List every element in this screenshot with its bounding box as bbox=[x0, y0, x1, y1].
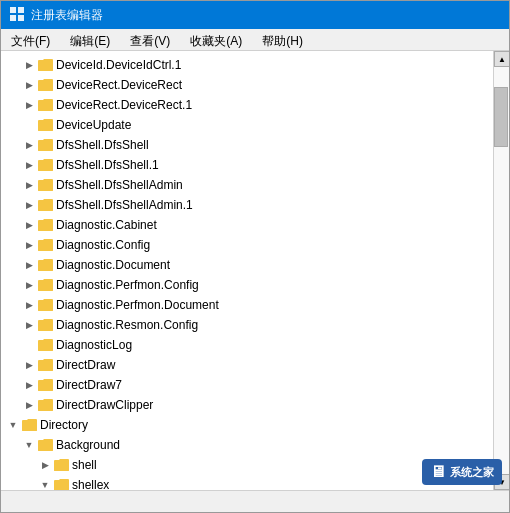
tree-row[interactable]: DfsShell.DfsShell bbox=[1, 135, 493, 155]
folder-icon bbox=[37, 277, 53, 293]
expander-icon[interactable] bbox=[21, 355, 37, 375]
folder-icon bbox=[37, 397, 53, 413]
window-title: 注册表编辑器 bbox=[31, 7, 103, 24]
item-label: Diagnostic.Perfmon.Document bbox=[56, 298, 219, 312]
expander-icon[interactable] bbox=[21, 175, 37, 195]
item-label: Diagnostic.Document bbox=[56, 258, 170, 272]
watermark-icon: 🖥 bbox=[430, 463, 446, 481]
expander-icon[interactable] bbox=[21, 155, 37, 175]
folder-icon bbox=[37, 137, 53, 153]
tree-row[interactable]: DeviceRect.DeviceRect bbox=[1, 75, 493, 95]
folder-icon bbox=[37, 157, 53, 173]
expander-icon[interactable] bbox=[21, 55, 37, 75]
tree-row-shell[interactable]: shell bbox=[1, 455, 493, 475]
menu-edit[interactable]: 编辑(E) bbox=[60, 31, 120, 48]
expander-icon[interactable] bbox=[21, 275, 37, 295]
item-label: DirectDraw bbox=[56, 358, 115, 372]
folder-icon bbox=[37, 57, 53, 73]
menu-view[interactable]: 查看(V) bbox=[120, 31, 180, 48]
expander-icon[interactable] bbox=[21, 75, 37, 95]
folder-icon bbox=[37, 217, 53, 233]
svg-rect-0 bbox=[10, 7, 16, 13]
expander-icon[interactable] bbox=[37, 475, 53, 490]
watermark-text: 系统之家 bbox=[450, 465, 493, 480]
folder-icon bbox=[53, 477, 69, 490]
item-label: Diagnostic.Perfmon.Config bbox=[56, 278, 199, 292]
scroll-track[interactable] bbox=[494, 67, 509, 474]
item-label: DfsShell.DfsShell bbox=[56, 138, 149, 152]
vertical-scrollbar[interactable]: ▲ ▼ bbox=[493, 51, 509, 490]
expander-icon[interactable] bbox=[21, 235, 37, 255]
svg-rect-2 bbox=[10, 15, 16, 21]
tree-row[interactable]: DeviceRect.DeviceRect.1 bbox=[1, 95, 493, 115]
tree-row[interactable]: DfsShell.DfsShellAdmin.1 bbox=[1, 195, 493, 215]
expander-icon[interactable] bbox=[21, 315, 37, 335]
main-window: 注册表编辑器 文件(F) 编辑(E) 查看(V) 收藏夹(A) 帮助(H) De… bbox=[0, 0, 510, 513]
expander-icon[interactable] bbox=[21, 375, 37, 395]
folder-icon bbox=[37, 337, 53, 353]
tree-row[interactable]: Diagnostic.Perfmon.Document bbox=[1, 295, 493, 315]
tree-row[interactable]: DirectDraw bbox=[1, 355, 493, 375]
tree-row[interactable]: Diagnostic.Resmon.Config bbox=[1, 315, 493, 335]
menu-file[interactable]: 文件(F) bbox=[1, 31, 60, 48]
folder-icon bbox=[37, 257, 53, 273]
tree-row[interactable]: DfsShell.DfsShellAdmin bbox=[1, 175, 493, 195]
expander-icon[interactable] bbox=[21, 135, 37, 155]
item-label: Diagnostic.Config bbox=[56, 238, 150, 252]
item-label: DeviceId.DeviceIdCtrl.1 bbox=[56, 58, 181, 72]
item-label: DeviceUpdate bbox=[56, 118, 131, 132]
expander-icon[interactable] bbox=[21, 215, 37, 235]
tree-pane[interactable]: DeviceId.DeviceIdCtrl.1 DeviceRect.Devic… bbox=[1, 51, 493, 490]
tree-row[interactable]: DirectDrawClipper bbox=[1, 395, 493, 415]
tree-row[interactable]: Diagnostic.Cabinet bbox=[1, 215, 493, 235]
menu-favorites[interactable]: 收藏夹(A) bbox=[180, 31, 252, 48]
folder-icon bbox=[37, 377, 53, 393]
scroll-thumb[interactable] bbox=[494, 87, 508, 147]
folder-icon bbox=[37, 237, 53, 253]
item-label: DirectDrawClipper bbox=[56, 398, 153, 412]
folder-icon bbox=[21, 417, 37, 433]
menu-help[interactable]: 帮助(H) bbox=[252, 31, 313, 48]
item-label: DfsShell.DfsShell.1 bbox=[56, 158, 159, 172]
tree-row[interactable]: DiagnosticLog bbox=[1, 335, 493, 355]
tree-row[interactable]: Diagnostic.Config bbox=[1, 235, 493, 255]
item-label: Background bbox=[56, 438, 120, 452]
tree-row[interactable]: Diagnostic.Perfmon.Config bbox=[1, 275, 493, 295]
tree-row[interactable]: DeviceId.DeviceIdCtrl.1 bbox=[1, 55, 493, 75]
item-label: Diagnostic.Resmon.Config bbox=[56, 318, 198, 332]
item-label: DirectDraw7 bbox=[56, 378, 122, 392]
expander-icon[interactable] bbox=[37, 455, 53, 475]
folder-icon bbox=[37, 97, 53, 113]
tree-row[interactable]: DfsShell.DfsShell.1 bbox=[1, 155, 493, 175]
scroll-up-button[interactable]: ▲ bbox=[494, 51, 509, 67]
expander-icon[interactable] bbox=[21, 395, 37, 415]
expander-icon[interactable] bbox=[21, 295, 37, 315]
folder-icon bbox=[37, 357, 53, 373]
item-label: Diagnostic.Cabinet bbox=[56, 218, 157, 232]
menu-bar: 文件(F) 编辑(E) 查看(V) 收藏夹(A) 帮助(H) bbox=[1, 29, 509, 51]
item-label: DeviceRect.DeviceRect.1 bbox=[56, 98, 192, 112]
folder-icon bbox=[37, 197, 53, 213]
expander-icon[interactable] bbox=[5, 415, 21, 435]
tree-row[interactable]: Diagnostic.Document bbox=[1, 255, 493, 275]
watermark: 🖥 系统之家 bbox=[422, 459, 493, 485]
tree-row-background[interactable]: Background bbox=[1, 435, 493, 455]
expander-icon[interactable] bbox=[21, 195, 37, 215]
tree-row[interactable]: DeviceUpdate bbox=[1, 115, 493, 135]
folder-icon bbox=[37, 117, 53, 133]
item-label: DfsShell.DfsShellAdmin.1 bbox=[56, 198, 193, 212]
folder-icon bbox=[37, 297, 53, 313]
tree-row-directory[interactable]: Directory bbox=[1, 415, 493, 435]
expander-icon[interactable] bbox=[21, 435, 37, 455]
folder-icon bbox=[37, 437, 53, 453]
expander-icon[interactable] bbox=[21, 255, 37, 275]
folder-icon bbox=[37, 177, 53, 193]
item-label: shellex bbox=[72, 478, 109, 490]
item-label: Directory bbox=[40, 418, 88, 432]
tree-row[interactable]: DirectDraw7 bbox=[1, 375, 493, 395]
folder-icon bbox=[37, 317, 53, 333]
item-label: shell bbox=[72, 458, 97, 472]
tree-row-shellex[interactable]: shellex bbox=[1, 475, 493, 490]
expander-icon[interactable] bbox=[21, 95, 37, 115]
folder-icon bbox=[53, 457, 69, 473]
